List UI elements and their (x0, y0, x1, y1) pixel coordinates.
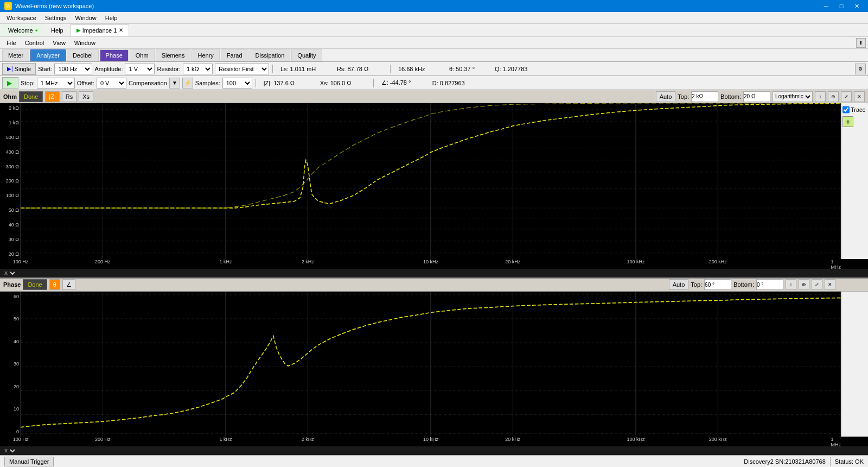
ohm-y-300: 300 Ω (1, 164, 19, 169)
run-button[interactable]: ▶ (2, 77, 18, 89)
samples-label: Samples: (195, 80, 220, 86)
trace-add-button[interactable]: + (843, 116, 853, 127)
phase-done-button[interactable]: Done (23, 279, 47, 290)
trace-label: Trace (851, 106, 866, 113)
phase-x-select[interactable]: X (2, 447, 17, 455)
atab-siemens[interactable]: Siemens (156, 49, 191, 61)
resistor-select[interactable]: 1 kΩ (183, 64, 213, 74)
menu-help[interactable]: Help (101, 12, 122, 24)
ohm-y-50: 50 Ω (1, 207, 19, 213)
tab-welcome[interactable]: Welcome + (2, 24, 44, 36)
phase-title: Phase (3, 281, 21, 288)
menu-file[interactable]: File (2, 37, 21, 49)
stop-select[interactable]: 1 MHz (37, 78, 75, 89)
compensation-action-button[interactable]: ⚡ (182, 78, 193, 89)
phase-bottom-input[interactable] (756, 279, 783, 290)
separator-1 (272, 65, 273, 73)
phase-auto-button[interactable]: Auto (669, 279, 689, 290)
resistor-mode-select[interactable]: Resistor First (215, 64, 269, 74)
phase-theta-button[interactable]: θ (49, 279, 60, 290)
title-bar: W WaveForms (new workspace) ─ □ ✕ (0, 0, 868, 12)
trace-checkbox[interactable] (843, 106, 850, 113)
tab-help[interactable]: Help (45, 24, 69, 36)
ohm-bottom-input[interactable] (743, 91, 770, 102)
phase-y-20: 20 (1, 384, 19, 389)
amplitude-select[interactable]: 1 V (125, 64, 155, 74)
ohm-x-1mhz: 1 MHz (831, 259, 841, 270)
menu-workspace[interactable]: Workspace (2, 12, 41, 24)
analyzer-tab-bar: Meter Analyzer Decibel Phase Ohm Siemens… (0, 49, 868, 62)
atab-phase[interactable]: Phase (100, 49, 129, 61)
ohm-rs-button[interactable]: Rs (62, 91, 76, 102)
ohm-scale-select[interactable]: Logarithmic Linear (773, 91, 813, 102)
close-button[interactable]: ✕ (850, 0, 864, 12)
menu-settings[interactable]: Settings (41, 12, 71, 24)
ohm-bottom-label: Bottom: (720, 93, 741, 100)
atab-henry[interactable]: Henry (192, 49, 219, 61)
status-bar: Manual Trigger Discovery2 SN:210321A8076… (0, 455, 868, 467)
phase-top-input[interactable] (704, 279, 731, 290)
ohm-close-panel-button[interactable]: ✕ (854, 91, 865, 102)
phase-y-axis: 60 50 40 30 20 10 0 (0, 292, 21, 437)
ohm-chart-area (21, 103, 841, 259)
ohm-zoom-button[interactable]: ⊕ (828, 91, 839, 102)
phase-expand-button[interactable]: ⤢ (812, 279, 822, 290)
manual-trigger-button[interactable]: Manual Trigger (4, 457, 54, 466)
atab-quality[interactable]: Quality (291, 49, 322, 61)
minimize-button[interactable]: ─ (819, 0, 833, 12)
phase-y-30: 30 (1, 361, 19, 367)
offset-select[interactable]: 0 V (97, 78, 126, 89)
phase-y-60: 60 (1, 294, 19, 299)
phase-fit-button[interactable]: ↕ (786, 279, 796, 290)
atab-meter[interactable]: Meter (2, 49, 29, 61)
phase-panel-header: Phase Done θ ∠ Auto Top: Bottom: ↕ ⊕ ⤢ ✕ (0, 279, 868, 292)
atab-analyzer[interactable]: Analyzer (30, 49, 66, 61)
phase-zoom-button[interactable]: ⊕ (799, 279, 809, 290)
ohm-x-10khz: 10 kHz (423, 259, 438, 264)
phase-angle-button[interactable]: ∠ (62, 279, 75, 290)
ohm-x-select[interactable]: X (2, 269, 17, 277)
atab-ohm[interactable]: Ohm (130, 49, 155, 61)
tab-close-icon[interactable]: ✕ (119, 27, 123, 33)
theta-freq-display: 16.68 kHz (394, 66, 443, 72)
ohm-xs-button[interactable]: Xs (79, 91, 93, 102)
atab-farad[interactable]: Farad (221, 49, 248, 61)
stop-label: Stop: (21, 80, 35, 86)
single-button[interactable]: ▶| Single (2, 63, 36, 75)
phase-x-10khz: 10 kHz (423, 437, 438, 442)
atab-dissipation[interactable]: Dissipation (250, 49, 291, 61)
menu-view[interactable]: View (48, 37, 70, 49)
expand-button[interactable]: ⬆ (856, 38, 866, 48)
start-select[interactable]: 100 Hz (54, 64, 92, 74)
ohm-expand-button[interactable]: ⤢ (841, 91, 852, 102)
ohm-done-button[interactable]: Done (19, 91, 43, 102)
iz-display: |Z|: 137.6 Ω (259, 80, 314, 86)
ohm-y-40: 40 Ω (1, 222, 19, 228)
ohm-iz-button[interactable]: |Z| (45, 91, 59, 102)
ohm-auto-button[interactable]: Auto (656, 91, 676, 102)
ohm-y-20: 20 Ω (1, 251, 19, 257)
settings-icon-button[interactable]: ⚙ (855, 64, 866, 74)
ohm-y-axis: 2 kΩ 1 kΩ 500 Ω 400 Ω 300 Ω 200 Ω 100 Ω … (0, 103, 21, 259)
menu-window2[interactable]: Window (70, 37, 100, 49)
tab-impedance[interactable]: ▶ Impedance 1 ✕ (71, 24, 130, 36)
status-ok-label: Status: OK (835, 458, 864, 465)
phase-right-spacer (841, 292, 868, 437)
menu-control[interactable]: Control (21, 37, 48, 49)
separator-4 (373, 79, 374, 87)
phase-x-100hz: 100 Hz (13, 437, 29, 442)
atab-decibel[interactable]: Decibel (67, 49, 99, 61)
menu-bar-1: Workspace Settings Window Help (0, 12, 868, 24)
phase-close-panel-button[interactable]: ✕ (825, 279, 835, 290)
ohm-panel-header: Ohm Done |Z| Rs Xs Auto Top: Bottom: Log… (0, 90, 868, 103)
maximize-button[interactable]: □ (834, 0, 848, 12)
ohm-fit-button[interactable]: ↕ (815, 91, 826, 102)
compensation-arrow-button[interactable]: ▼ (169, 78, 180, 89)
ohm-top-input[interactable] (691, 91, 718, 102)
samples-select[interactable]: 100 (222, 78, 252, 89)
offset-label: Offset: (77, 80, 94, 86)
menu-window[interactable]: Window (71, 12, 101, 24)
tab-help-label: Help (51, 27, 63, 34)
trace-panel: Trace ▼ + (841, 103, 868, 259)
control-bar-2: ▶ Stop: 1 MHz Offset: 0 V Compensation ▼… (0, 76, 868, 90)
